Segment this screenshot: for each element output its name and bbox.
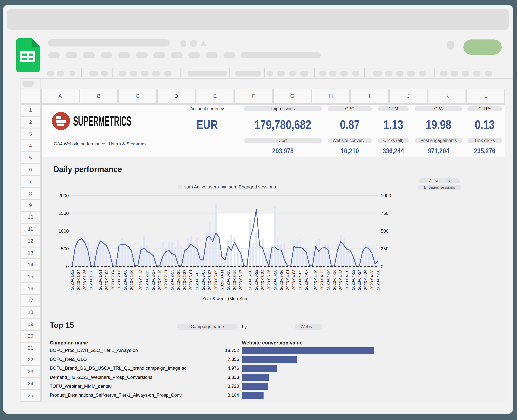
svg-text:2023-04-14: 2023-04-14 (326, 270, 330, 290)
svg-text:2023-03-17: 2023-03-17 (239, 270, 243, 290)
svg-text:2023-03-07: 2023-03-07 (207, 270, 212, 290)
svg-text:2023-02-08: 2023-02-08 (123, 270, 127, 290)
svg-text:2023-03-20: 2023-03-20 (248, 270, 252, 290)
svg-text:2023-03-30: 2023-03-30 (279, 270, 284, 290)
svg-text:2000: 2000 (58, 193, 69, 198)
svg-text:2023-04-26: 2023-04-26 (363, 270, 368, 290)
svg-text:2023-04-12: 2023-04-12 (320, 270, 324, 290)
svg-text:2023-03-15: 2023-03-15 (232, 270, 237, 290)
svg-text:2023-04-28: 2023-04-28 (370, 270, 374, 290)
svg-text:2023-03-26: 2023-03-26 (267, 270, 271, 290)
svg-text:2023-03-03: 2023-03-03 (195, 270, 199, 290)
svg-text:2023-01-28: 2023-01-28 (89, 270, 93, 290)
svg-text:2023-02-15: 2023-02-15 (145, 270, 149, 290)
svg-text:2023-03-13: 2023-03-13 (226, 270, 230, 290)
svg-text:0: 0 (381, 264, 383, 269)
svg-text:2023-02-27: 2023-02-27 (182, 270, 187, 290)
svg-text:2023-04-03: 2023-04-03 (292, 270, 296, 290)
svg-text:2023-03-28: 2023-03-28 (273, 270, 277, 290)
svg-text:2023-04-24: 2023-04-24 (357, 270, 361, 290)
svg-text:2023-01-22: 2023-01-22 (70, 270, 74, 290)
svg-text:2023-04-22: 2023-04-22 (351, 270, 355, 290)
svg-text:250: 250 (381, 246, 389, 251)
svg-text:2023-03-05: 2023-03-05 (201, 270, 205, 290)
svg-text:2023-02-21: 2023-02-21 (164, 270, 168, 290)
svg-text:2023-01-24: 2023-01-24 (76, 270, 81, 290)
svg-text:2023-03-24: 2023-03-24 (260, 270, 265, 290)
svg-text:2023-03-09: 2023-03-09 (214, 270, 218, 290)
svg-text:2023-02-10: 2023-02-10 (129, 270, 134, 290)
svg-text:2023-03-01: 2023-03-01 (188, 270, 193, 290)
svg-text:1500: 1500 (58, 211, 69, 216)
svg-text:2023-02-17: 2023-02-17 (151, 270, 155, 290)
svg-text:2023-04-01: 2023-04-01 (286, 270, 290, 290)
svg-text:2023-02-06: 2023-02-06 (117, 270, 121, 290)
svg-text:750: 750 (381, 211, 389, 216)
svg-text:1000: 1000 (381, 193, 391, 198)
svg-text:2023-04-10: 2023-04-10 (313, 270, 318, 290)
svg-text:500: 500 (61, 246, 69, 251)
svg-text:500: 500 (381, 228, 389, 234)
svg-text:2023-01-31: 2023-01-31 (98, 270, 102, 290)
svg-text:2023-02-02: 2023-02-02 (104, 270, 109, 290)
svg-text:2023-02-19: 2023-02-19 (157, 270, 162, 290)
svg-text:2023-02-25: 2023-02-25 (176, 270, 180, 290)
svg-text:2023-04-07: 2023-04-07 (304, 270, 308, 290)
svg-text:1000: 1000 (58, 228, 69, 234)
svg-text:2023-03-11: 2023-03-11 (220, 270, 224, 290)
svg-text:2023-02-23: 2023-02-23 (170, 270, 174, 290)
svg-text:2023-02-04: 2023-02-04 (111, 270, 115, 290)
svg-text:2023-04-20: 2023-04-20 (345, 270, 349, 290)
svg-text:2023-03-22: 2023-03-22 (254, 270, 258, 290)
svg-text:2023-01-26: 2023-01-26 (83, 270, 87, 290)
svg-text:0: 0 (66, 264, 69, 269)
svg-text:2023-04-18: 2023-04-18 (338, 270, 343, 290)
svg-text:2023-04-30: 2023-04-30 (376, 270, 380, 290)
svg-text:2023-04-16: 2023-04-16 (332, 270, 337, 290)
svg-text:2023-02-13: 2023-02-13 (139, 270, 143, 290)
svg-text:2023-04-05: 2023-04-05 (298, 270, 302, 290)
